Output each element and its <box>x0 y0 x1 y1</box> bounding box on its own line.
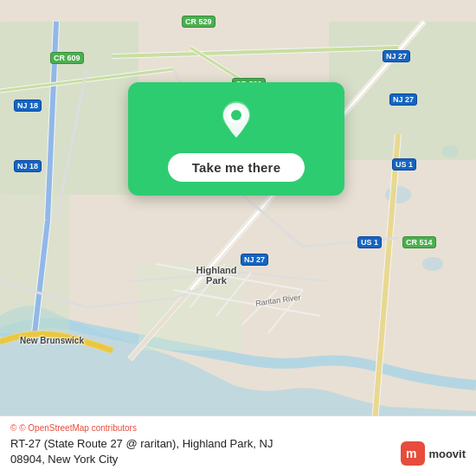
place-label-highland-park: HighlandPark <box>186 265 247 286</box>
moovit-icon: m <box>401 441 425 466</box>
moovit-logo: m moovit <box>401 441 466 466</box>
bottom-bar: © © OpenStreetMap contributors RT-27 (St… <box>0 415 476 476</box>
road-label-nj27-2: NJ 27 <box>389 93 417 106</box>
road-label-nj27-3: NJ 27 <box>241 254 268 266</box>
road-label-cr609: CR 609 <box>50 52 84 64</box>
osm-copyright-symbol: © <box>10 423 16 433</box>
svg-text:m: m <box>406 447 416 460</box>
location-description: RT-27 (State Route 27 @ raritan), Highla… <box>10 436 466 467</box>
svg-line-28 <box>303 238 398 247</box>
map-container: CR 529 CR 529 CR 609 NJ 18 NJ 18 NJ 27 N… <box>0 0 476 476</box>
road-label-cr514: CR 514 <box>402 236 436 248</box>
road-label-nj27-1: NJ 27 <box>383 50 410 62</box>
place-label-new-brunswick: New Brunswick <box>9 336 95 345</box>
moovit-text: moovit <box>428 447 466 460</box>
road-label-cr529-1: CR 529 <box>182 16 215 28</box>
svg-point-1 <box>422 257 443 271</box>
road-label-nj18-1: NJ 18 <box>14 100 42 112</box>
svg-line-30 <box>242 273 329 281</box>
road-label-us1-1: US 1 <box>392 158 416 170</box>
svg-point-0 <box>385 186 411 203</box>
map-pin-icon <box>213 98 260 145</box>
location-card: Take me there <box>128 82 344 196</box>
osm-attribution: © © OpenStreetMap contributors <box>10 423 466 433</box>
road-label-nj18-2: NJ 18 <box>14 160 42 172</box>
take-me-there-button[interactable]: Take me there <box>168 153 305 182</box>
road-label-us1-2: US 1 <box>357 236 382 248</box>
svg-point-42 <box>231 110 241 120</box>
